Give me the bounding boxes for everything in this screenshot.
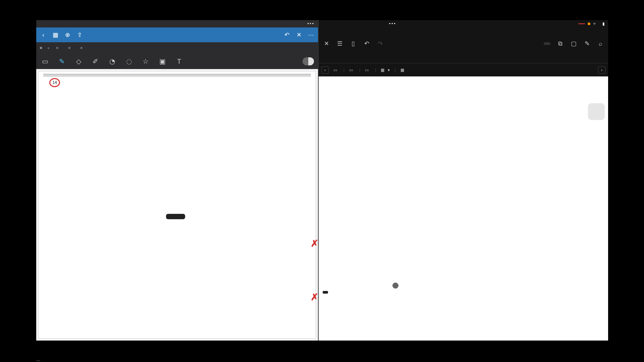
readonly-icon[interactable]: ▭ bbox=[40, 57, 50, 66]
share-icon[interactable]: ⇪ bbox=[76, 31, 83, 39]
doc-tabs: ×▫ × × × bbox=[36, 42, 318, 54]
image-icon[interactable]: ▣ bbox=[158, 57, 167, 66]
wifi-icon: ᯤ bbox=[593, 21, 597, 26]
word-count bbox=[323, 291, 328, 294]
document-canvas[interactable]: 14 ✗ ✗ bbox=[36, 69, 318, 341]
lasso-icon[interactable]: ◌ bbox=[124, 57, 133, 66]
q16 bbox=[49, 87, 311, 94]
cell-align-button[interactable]: ▦ ▾ bbox=[381, 68, 390, 72]
tab-close-icon[interactable]: × bbox=[56, 45, 58, 51]
close-icon[interactable]: ✕ bbox=[323, 40, 330, 47]
align-right-button[interactable]: ▭ bbox=[365, 68, 370, 72]
tab-2[interactable]: × bbox=[52, 42, 64, 54]
tab-close-icon[interactable]: × bbox=[80, 45, 83, 51]
menu-icon[interactable]: ☰ bbox=[336, 40, 343, 47]
recording-icon[interactable] bbox=[578, 23, 585, 24]
align-toolbar: ‹ ▭ | ▭ | ▭ | ▦ ▾| ▦ › bbox=[319, 63, 608, 76]
multitask-dots-icon[interactable]: ••• bbox=[389, 21, 396, 26]
color-picker[interactable] bbox=[303, 57, 314, 65]
tab-d3[interactable] bbox=[311, 42, 318, 54]
copy-icon[interactable]: ⧉ bbox=[556, 40, 564, 47]
align-prev-icon[interactable]: ‹ bbox=[321, 66, 329, 74]
red-check-icon: ✗ bbox=[311, 289, 318, 305]
status-bar-right: ••• ᯤ ▮ bbox=[319, 20, 608, 27]
doc-title-right bbox=[319, 27, 608, 36]
stamp-icon[interactable]: ☆ bbox=[141, 57, 150, 66]
eraser-icon[interactable]: ◇ bbox=[74, 57, 83, 66]
titlebar: ‹ ▦ ⊕ ⇪ ↶ ✕ ⋯ bbox=[36, 27, 318, 42]
tab-close-icon[interactable]: × bbox=[40, 45, 42, 51]
back-icon[interactable]: ‹ bbox=[40, 31, 47, 39]
spreadsheet[interactable] bbox=[319, 76, 608, 341]
red-check-icon: ✗ bbox=[311, 236, 318, 252]
fullscreen-icon[interactable]: ▢ bbox=[570, 40, 577, 47]
redo-icon: ↷ bbox=[376, 40, 384, 47]
status-bar-left: ••• bbox=[36, 20, 318, 27]
tab-close-icon[interactable]: × bbox=[68, 45, 71, 51]
text-icon[interactable]: T bbox=[174, 57, 184, 66]
search-icon[interactable]: ⌕ bbox=[597, 40, 604, 47]
tools-icon[interactable]: ✎ bbox=[583, 40, 591, 47]
scroll-indicator bbox=[588, 103, 605, 120]
bookmark-icon[interactable]: ▯ bbox=[350, 40, 357, 47]
ribbon-tabs bbox=[319, 51, 608, 63]
undo-icon[interactable]: ↶ bbox=[363, 40, 370, 47]
pen-icon[interactable]: ✎ bbox=[57, 57, 66, 66]
align-next-icon[interactable]: › bbox=[598, 66, 605, 74]
close-icon[interactable]: ✕ bbox=[295, 31, 303, 39]
shape-icon[interactable]: ◔ bbox=[107, 57, 117, 66]
context-popup bbox=[166, 214, 185, 219]
cursor-dot bbox=[392, 283, 398, 289]
shared-screen-label bbox=[36, 360, 40, 361]
tab-4[interactable]: × bbox=[77, 42, 86, 54]
highlighter-icon[interactable]: ✐ bbox=[91, 57, 100, 66]
tab-1[interactable]: ×▫ bbox=[36, 42, 52, 54]
align-left-button[interactable]: ▭ bbox=[333, 68, 339, 72]
right-toolbar: ✕ ☰ ▯ ↶ ↷ ⧉ ▢ ✎ ⌕ bbox=[319, 36, 608, 51]
add-icon[interactable]: ⊕ bbox=[64, 31, 71, 39]
q14: 14 bbox=[49, 78, 311, 87]
share-button[interactable] bbox=[544, 42, 550, 45]
multitask-dots-icon[interactable]: ••• bbox=[307, 21, 315, 26]
cell-border-button[interactable]: ▦ bbox=[400, 68, 406, 72]
align-center-button[interactable]: ▭ bbox=[349, 68, 355, 72]
tab-doc-icon: ▫ bbox=[48, 46, 49, 50]
battery-icon: ▮ bbox=[602, 21, 605, 26]
mic-indicator-icon bbox=[588, 22, 590, 25]
undo-icon[interactable]: ↶ bbox=[283, 31, 290, 39]
toolbar: ▭ ✎ ◇ ✐ ◔ ◌ ☆ ▣ T bbox=[36, 54, 318, 69]
grid-icon[interactable]: ▦ bbox=[52, 31, 59, 39]
more-icon[interactable]: ⋯ bbox=[307, 31, 315, 39]
tab-3[interactable]: × bbox=[65, 42, 77, 54]
